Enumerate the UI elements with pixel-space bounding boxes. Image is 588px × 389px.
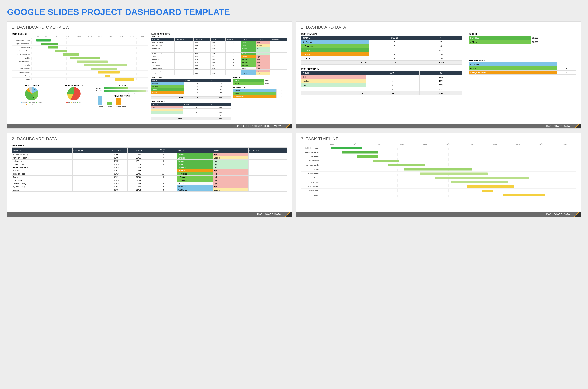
- panel-dashboard-data-tasktable: 2. DASHBOARD DATA TASK TABLE TASK NAMEAS…: [7, 133, 292, 217]
- table-row: Staffing 01/1601/2913 Overdue High: [12, 169, 287, 172]
- heading-task-priority-pct: TASK PRIORITY %: [301, 68, 462, 70]
- gantt-bar: [388, 164, 425, 166]
- gantt-bar: [420, 172, 488, 175]
- section-budget: BUDGET: [96, 84, 148, 86]
- task-timeline-gantt: 12/3001/0401/0901/1401/1901/2401/2902/03…: [301, 143, 576, 197]
- mini-task-table: TASK NAMEASSIGNED TOSTART DATEEND DATEDU…: [151, 38, 287, 75]
- pending-items-table: Decisions5Actions2Change Requests4: [469, 62, 576, 75]
- mini-budget-table: PLANNED80,000ACTUAL50,000: [233, 79, 287, 85]
- panel-dashboard-data-summary: 2. DASHBOARD DATA TASK STATUS % STATUSCO…: [296, 21, 581, 129]
- table-row: System Testing 01/3102/022 Not Started H…: [12, 185, 287, 189]
- budget-axis: 20,00030,00040,00050,00060,00070,00080,0…: [96, 93, 148, 94]
- panel-title: 1. DASHBOARD OVERVIEW: [7, 22, 292, 32]
- panel-footer: PROJECT DASHBOARD OVERVIEW: [7, 124, 292, 129]
- panel-footer: DASHBOARD DATA: [297, 212, 581, 217]
- panel-footer: DASHBOARD DATA: [297, 124, 581, 129]
- gantt-bar: [503, 194, 545, 196]
- gantt-bar: [91, 67, 117, 70]
- section-pending: PENDING ITEMS: [96, 95, 148, 97]
- panel-task-timeline: 3. TASK TIMELINE 12/3001/0401/0901/1401/…: [296, 133, 581, 217]
- panel-title: 2. DASHBOARD DATA: [297, 22, 581, 32]
- table-row: Launch 02/0402/128 Not Started Medium: [12, 189, 287, 192]
- table-row: Hardware Config. 01/2802/069 On Hold Hig…: [12, 182, 287, 185]
- page-title: GOOGLE SLIDES PROJECT DASHBOARD TEMPLATE: [7, 7, 581, 17]
- gantt-bar: [357, 155, 378, 158]
- gantt-bar: [373, 160, 399, 162]
- legend-status: Not Started In Progress Complete Overdue…: [12, 102, 52, 105]
- mini-priority-pct-table: PRIORITYCOUNT%High758%Medium217%Low325%0…: [151, 103, 232, 120]
- gantt-bar: [63, 53, 79, 56]
- gantt-bar: [451, 181, 508, 183]
- panel-dashboard-overview: 1. DASHBOARD OVERVIEW TASK TIMELINE 12/3…: [7, 21, 292, 129]
- table-row: Detailed Reqs. 01/0701/114 Complete Low: [12, 160, 287, 163]
- section-task-priority: TASK PRIORITY %: [54, 84, 94, 86]
- section-task-timeline: TASK TIMELINE: [12, 33, 148, 35]
- section-dashboard-data: DASHBOARD DATA: [151, 33, 287, 35]
- section-task-status: TASK STATUS: [12, 84, 52, 86]
- task-status-table: STATUSCOUNT%Not Started217%In Progress32…: [301, 36, 462, 65]
- pie-task-priority: 7 2 3: [67, 87, 80, 100]
- pending-bars: Decisions Actions Change Requests: [96, 98, 148, 107]
- gantt-bar: [77, 60, 108, 63]
- gantt-bar: [48, 46, 58, 48]
- table-row: Final Resource Plan 01/1301/207 Complete…: [12, 166, 287, 169]
- task-table: TASK NAMEASSIGNED TOSTART DATEEND DATEDU…: [12, 147, 287, 192]
- gantt-bar: [98, 71, 120, 73]
- panel-footer: DASHBOARD DATA: [7, 212, 292, 217]
- gantt-bar: [70, 57, 101, 59]
- table-row: Hardware Reqs. 01/1001/155 Complete Low: [12, 163, 287, 166]
- table-row: Set kick-off meeting 01/0201/086 Complet…: [12, 153, 287, 156]
- gantt-bar: [404, 168, 472, 170]
- budget-table: PLANNED80,000ACTUAL50,000: [469, 36, 576, 44]
- table-row: Testing 01/2202/0918 In Progress High: [12, 176, 287, 179]
- gantt-bar: [84, 64, 127, 66]
- pie-task-status: 5 1 2 3: [25, 87, 38, 100]
- heading-task-status-pct: TASK STATUS %: [301, 33, 462, 35]
- gantt-bar: [467, 185, 514, 188]
- heading-pending: PENDING ITEMS: [469, 59, 576, 62]
- mini-status-pct-table: STATUSCOUNT%Not Started217%In Progress32…: [151, 79, 232, 99]
- gantt-bar: [36, 39, 51, 41]
- table-row: Technical Reqs. 01/1902/0113 In Progress…: [12, 172, 287, 176]
- gantt-bar: [435, 177, 529, 179]
- legend-priority: High Medium Low: [54, 102, 94, 103]
- table-row: Dev. Complete 01/2502/0511 In Progress H…: [12, 179, 287, 182]
- gantt-bar: [55, 50, 67, 52]
- gantt-bar: [115, 78, 134, 81]
- task-priority-table: PRIORITYCOUNT%High758%Medium217%Low325%0…: [301, 71, 462, 96]
- mini-gantt: 12/3001/0401/0901/1401/1901/2401/2902/03…: [12, 36, 148, 81]
- gantt-bar: [482, 190, 493, 192]
- heading-budget: BUDGET: [469, 33, 576, 35]
- heading-task-table: TASK TABLE: [12, 145, 287, 147]
- gantt-bar: [41, 43, 58, 45]
- panel-title: 2. DASHBOARD DATA: [7, 133, 292, 143]
- gantt-bar: [105, 75, 110, 77]
- table-row: Agree on objectives 01/0401/117 Complete…: [12, 156, 287, 160]
- mini-pending-table: Decisions5Actions2Change Requests4: [233, 89, 287, 98]
- panel-title: 3. TASK TIMELINE: [297, 133, 581, 143]
- gantt-bar: [342, 151, 378, 153]
- gantt-bar: [331, 147, 362, 149]
